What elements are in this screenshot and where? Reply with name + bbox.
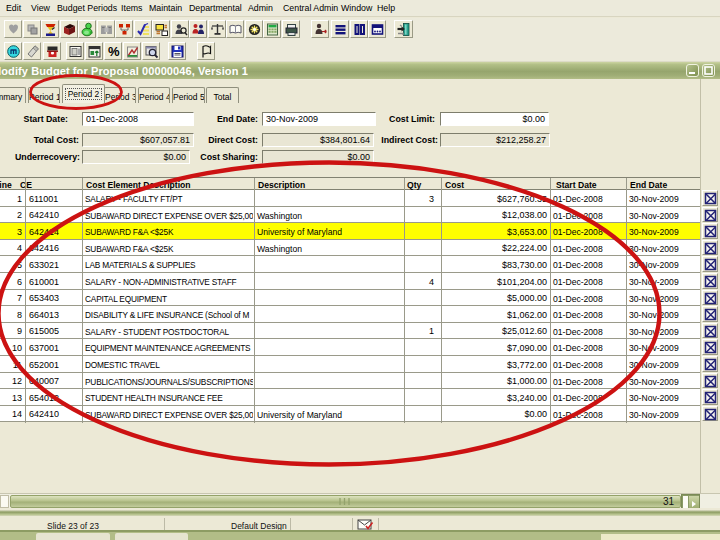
- svg-text:%: %: [108, 44, 120, 59]
